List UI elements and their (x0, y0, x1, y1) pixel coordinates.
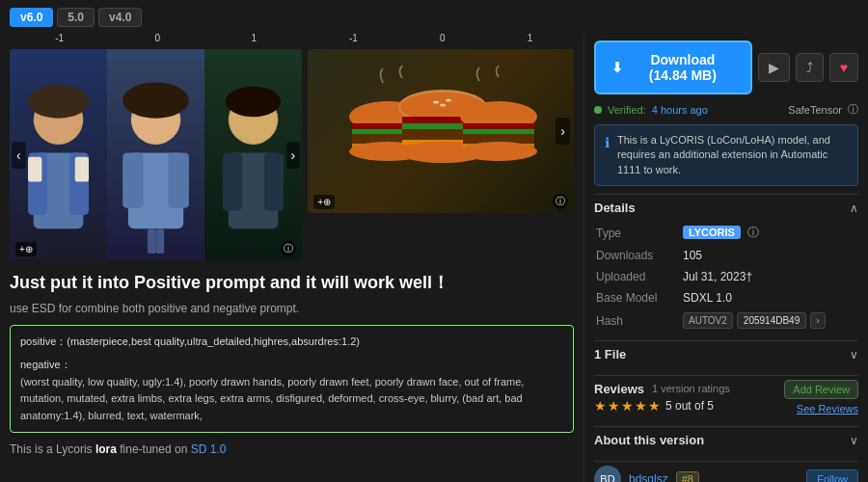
person-2 (107, 49, 204, 260)
svg-rect-11 (169, 152, 189, 207)
info-box: ℹ This is a LyCORIS (LoCon/LoHA) model, … (594, 124, 858, 186)
burger-image: › +⊕ ⓘ (308, 49, 574, 213)
details-section: Details ∧ Type LYCORIS ⓘ Downloads 105 U… (594, 194, 858, 333)
svg-point-13 (122, 82, 189, 118)
verified-time[interactable]: 4 hours ago (652, 104, 708, 116)
play-button[interactable]: ▶ (758, 53, 790, 82)
about-title: About this version (594, 433, 704, 447)
type-label: Type (594, 221, 681, 245)
prompt-negative-section: negative： (worst quality, low quality, u… (20, 357, 563, 424)
hash-key: AUTOV2 (683, 312, 733, 329)
svg-rect-19 (264, 152, 284, 210)
prompt-negative-label: negative： (20, 359, 71, 370)
user-row: BD bdsqlsz #8 Follow (594, 461, 858, 482)
svg-point-44 (440, 104, 446, 107)
see-reviews-link[interactable]: See Reviews (797, 403, 858, 415)
gallery-right-arrow[interactable]: › (286, 142, 301, 169)
main-layout: -1 0 1 (0, 33, 868, 482)
type-value: LYCORIS ⓘ (681, 221, 858, 245)
verified-row: Verified: 4 hours ago SafeTensor ⓘ (594, 102, 858, 117)
verified-dot (594, 106, 602, 114)
downloads-label: Downloads (594, 245, 681, 266)
prompt-negative-value: (worst quality, low quality, ugly:1.4), … (20, 376, 524, 421)
gallery-burger-right-arrow[interactable]: › (556, 118, 570, 145)
type-badge: LYCORIS (683, 226, 741, 239)
share-icon: ⤴ (806, 60, 813, 75)
footer-text: This is a Lycoris lora fine-tuned on SD … (10, 442, 574, 456)
user-badge: #8 (676, 471, 699, 482)
username[interactable]: bdsqlsz (629, 472, 668, 482)
uploaded-label: Uploaded (594, 266, 681, 287)
reviews-title-row: Reviews 1 version ratings (594, 382, 730, 396)
gallery-left-arrow[interactable]: ‹ (12, 142, 26, 169)
right-panel: ⬇ Download (14.84 MB) ▶ ⤴ ♥ Verified: 4 … (583, 33, 868, 482)
gallery: -1 0 1 (10, 33, 574, 260)
version-tab-v4[interactable]: v4.0 (98, 8, 142, 27)
base-model-row: Base Model SDXL 1.0 (594, 287, 858, 308)
follow-button[interactable]: Follow (806, 469, 858, 482)
svg-rect-4 (28, 157, 41, 182)
svg-point-21 (226, 87, 281, 118)
share-button[interactable]: ⤴ (796, 53, 824, 82)
gallery-right: -1 0 1 (308, 33, 574, 260)
details-header[interactable]: Details ∧ (594, 194, 858, 221)
content-title: Just put it into Positive prompt and it … (10, 272, 574, 294)
add-review-button[interactable]: Add Review (784, 380, 858, 399)
heart-button[interactable]: ♥ (829, 53, 858, 82)
version-tab-v6[interactable]: v6.0 (10, 8, 53, 27)
content-subtitle: use ESD for combine both positive and ne… (10, 302, 574, 315)
svg-rect-18 (223, 152, 242, 210)
svg-rect-15 (156, 228, 165, 254)
base-model-value: SDXL 1.0 (681, 287, 858, 308)
reviews-right: Add Review See Reviews (784, 380, 858, 415)
reviews-count: 1 version ratings (652, 383, 730, 394)
scale-1: 1 (251, 33, 257, 43)
scale-minus1: -1 (55, 33, 64, 43)
details-title: Details (594, 201, 636, 215)
svg-rect-14 (148, 228, 156, 254)
persons-container (10, 49, 302, 260)
hash-value-cell: AUTOV2 205914DB49 › (681, 308, 858, 333)
left-panel: -1 0 1 (0, 33, 583, 482)
heart-icon: ♥ (840, 60, 848, 75)
details-chevron: ∧ (850, 201, 858, 215)
image-controls-right: +⊕ (313, 195, 335, 209)
downloads-row: Downloads 105 (594, 245, 858, 266)
info-icon-box: ℹ (605, 134, 610, 177)
right-scale-bar: -1 0 1 (308, 33, 574, 43)
info-message: This is a LyCORIS (LoCon/LoHA) model, an… (617, 133, 848, 177)
hash-row: Hash AUTOV2 205914DB49 › (594, 308, 858, 333)
footer-sd: SD 1.0 (191, 442, 227, 456)
files-chevron: ∨ (850, 348, 858, 362)
persons-image: ‹ › +⊕ ⓘ (10, 49, 302, 260)
info-btn-right[interactable]: ⓘ (553, 194, 568, 209)
r-scale-1: 1 (528, 33, 533, 43)
burgers-container (325, 64, 556, 199)
scale-0: 0 (155, 33, 161, 43)
prompt-positive-line: positive：(masterpiece,best quality,ultra… (20, 334, 563, 351)
files-header[interactable]: 1 File ∨ (594, 340, 858, 367)
action-row: ⬇ Download (14.84 MB) ▶ ⤴ ♥ (594, 40, 858, 94)
prompt-box: positive：(masterpiece,best quality,ultra… (10, 325, 574, 433)
reviews-section: Reviews 1 version ratings ★★★★★ 5 out of… (594, 375, 858, 418)
stars-row: ★★★★★ 5 out of 5 (594, 398, 730, 414)
gallery-left: -1 0 1 (10, 33, 302, 260)
hash-row-inner: AUTOV2 205914DB49 › (683, 312, 856, 329)
info-icon-safe[interactable]: ⓘ (848, 102, 858, 117)
reviews-title: Reviews (594, 382, 644, 396)
zoom-btn-right[interactable]: +⊕ (313, 195, 335, 209)
r-scale-0: 0 (440, 33, 446, 43)
about-section-header[interactable]: About this version ∨ (594, 426, 858, 453)
r-scale-minus1: -1 (349, 33, 358, 43)
downloads-value: 105 (681, 245, 858, 266)
svg-point-41 (460, 142, 537, 161)
avatar: BD (594, 466, 621, 482)
zoom-btn-left[interactable]: +⊕ (15, 242, 37, 256)
download-button[interactable]: ⬇ Download (14.84 MB) (594, 40, 752, 94)
version-tab-5[interactable]: 5.0 (57, 8, 95, 27)
hash-copy-btn[interactable]: › (810, 312, 825, 329)
reviews-row: Reviews 1 version ratings ★★★★★ 5 out of… (594, 375, 858, 418)
uploaded-value: Jul 31, 2023† (681, 266, 858, 287)
type-info-icon[interactable]: ⓘ (747, 226, 759, 239)
type-row: Type LYCORIS ⓘ (594, 221, 858, 245)
